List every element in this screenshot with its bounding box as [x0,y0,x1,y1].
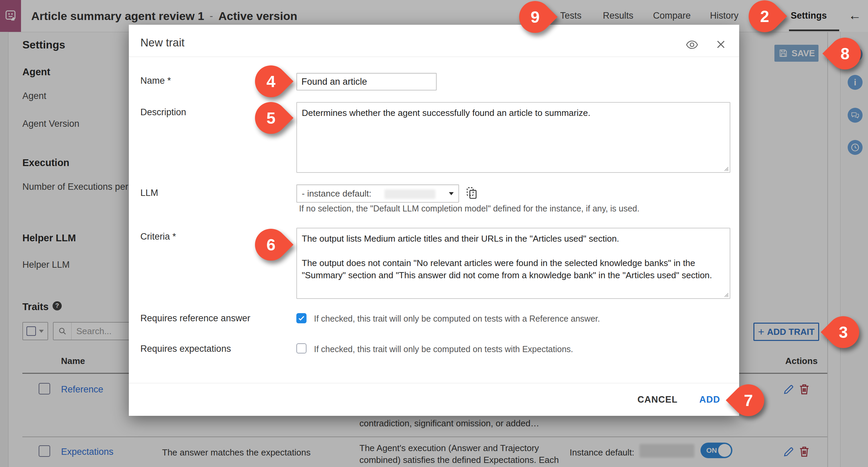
resize-handle-icon[interactable] [723,166,729,171]
trait-name-input[interactable] [296,73,437,90]
requires-reference-checkbox[interactable] [296,313,307,323]
requires-expectations-hint: If checked, this trait will only be comp… [314,344,573,354]
callout-8-save: 8 [829,38,861,69]
copy-llm-icon[interactable] [465,186,479,200]
preview-eye-icon[interactable] [686,38,698,51]
callout-6-criteria: 6 [255,229,287,261]
add-button[interactable]: ADD [699,394,721,405]
checkmark-icon [298,314,305,322]
callout-2-settings: 2 [749,0,781,32]
callout-5-description: 5 [255,102,287,134]
callout-7-add: 7 [732,384,764,416]
redacted-llm-name [384,189,435,199]
description-field-label: Description [140,107,186,118]
requires-reference-label: Requires reference answer [140,313,250,324]
cancel-button[interactable]: CANCEL [637,394,678,405]
requires-reference-hint: If checked, this trait will only be comp… [314,314,600,324]
name-field-label: Name * [140,76,171,86]
callout-3-add-trait: 3 [827,316,859,348]
criteria-textarea[interactable]: The output lists Medium article titles a… [297,228,730,298]
callout-9-tests: 9 [519,1,551,33]
modal-header-divider [129,57,739,57]
llm-field-label: LLM [140,188,158,198]
callout-4-name: 4 [255,65,287,97]
criteria-field-label: Criteria * [140,231,176,242]
description-textarea[interactable]: Determines whether the agent successfull… [297,103,730,172]
llm-hint-text: If no selection, the "Default LLM comple… [299,204,639,214]
app-window: Article summary agent review 1 - Active … [0,0,868,467]
modal-footer: CANCEL ADD [129,383,739,416]
llm-selected-value: - instance default: [302,188,371,199]
dropdown-caret-icon [449,192,454,195]
resize-handle-icon[interactable] [723,292,729,297]
new-trait-modal: New trait Name * Description Determines … [129,25,739,416]
requires-expectations-checkbox[interactable] [296,343,307,353]
llm-select[interactable]: - instance default: [296,184,459,203]
description-textarea-wrap: Determines whether the agent successfull… [296,102,730,173]
requires-expectations-label: Requires expectations [140,344,231,354]
criteria-textarea-wrap: The output lists Medium article titles a… [296,228,730,299]
modal-title: New trait [140,36,184,49]
close-icon[interactable] [715,38,727,50]
